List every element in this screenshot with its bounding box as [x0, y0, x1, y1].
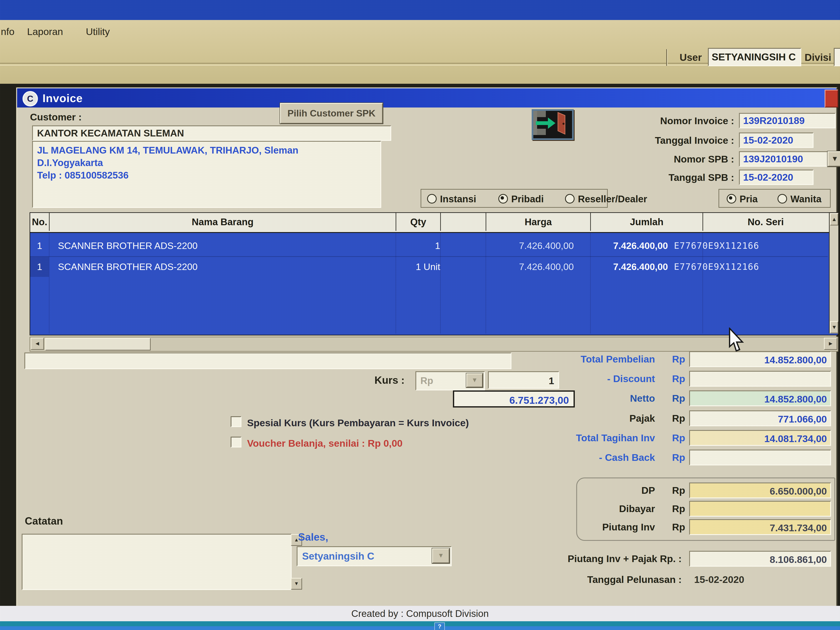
divisi-label: Divisi [805, 52, 831, 63]
tanggal-spb-label: Tanggal SPB : [547, 172, 734, 183]
total-tagihan-inv-label: Total Tagihan Inv [528, 432, 655, 444]
col-header-jumlah[interactable]: Jumlah [591, 213, 703, 231]
rp-unit: Rp [672, 503, 685, 515]
customer-name-field[interactable]: KANTOR KECAMATAN SLEMAN [32, 125, 391, 141]
kurs-currency-select[interactable]: Rp ▼ [415, 371, 485, 390]
col-header-blank[interactable] [441, 213, 486, 231]
total-pembelian-field[interactable]: 14.852.800,00 [689, 351, 831, 367]
rp-unit: Rp [672, 353, 685, 365]
menu-item-utility[interactable]: Utility [86, 26, 110, 37]
radio-wanita[interactable]: Wanita [777, 193, 821, 205]
customer-address-field[interactable]: JL MAGELANG KM 14, TEMULAWAK, TRIHARJO, … [32, 141, 381, 208]
cell-no-seri: E77670E9X112166 [674, 257, 759, 277]
cell-harga: 7.426.400,00 [486, 257, 574, 277]
user-field[interactable]: SETYANINGSIH C [708, 48, 801, 66]
nomor-invoice-field[interactable]: 139R2010189 [739, 113, 835, 128]
dp-field[interactable]: 6.650.000,00 [689, 483, 831, 498]
total-tagihan-inv-field[interactable]: 14.081.734,00 [689, 430, 831, 446]
rp-unit: Rp [672, 393, 685, 404]
menu-item-info[interactable]: nfo [1, 26, 14, 37]
piutang-inv-pajak-field[interactable]: 8.106.861,00 [689, 551, 831, 567]
sales-dropdown-button[interactable]: ▼ [432, 548, 450, 563]
address-line: JL MAGELANG KM 14, TEMULAWAK, TRIHARJO, … [37, 144, 376, 157]
grid-line [486, 232, 486, 333]
sales-label: Sales, [298, 531, 328, 543]
screen: nfo Laporan Utility User SETYANINGSIH C … [0, 0, 840, 630]
radio-icon [727, 194, 736, 204]
app-chrome: nfo Laporan Utility User SETYANINGSIH C … [0, 20, 840, 84]
pilih-customer-spk-button[interactable]: Pilih Customer SPK [280, 103, 383, 124]
rp-unit: Rp [672, 432, 685, 444]
col-header-no[interactable]: No. [30, 213, 50, 231]
cell-no-seri: E77670E9X112166 [674, 236, 759, 256]
currency-value: Rp [420, 375, 433, 386]
rp-unit: Rp [672, 373, 685, 384]
col-header-nama-barang[interactable]: Nama Barang [50, 213, 396, 231]
cell-harga: 7.426.400,00 [486, 236, 574, 256]
tanggal-spb-field[interactable]: 15-02-2020 [739, 170, 813, 185]
catatan-textarea[interactable] [22, 534, 292, 590]
netto-field[interactable]: 14.852.800,00 [689, 390, 831, 406]
cell-qty: 1 Unit [374, 257, 440, 277]
nomor-spb-field[interactable]: 139J2010190 [739, 151, 833, 167]
item-entry-field[interactable] [24, 352, 512, 369]
scroll-right-button[interactable]: ► [824, 338, 837, 350]
cell-no: 1 [30, 236, 49, 256]
piutang-inv-field[interactable]: 7.431.734,00 [689, 519, 831, 535]
customer-label: Customer : [30, 111, 82, 123]
grid-line [49, 232, 49, 333]
table-horizontal-scrollbar[interactable]: ◄ ► [30, 337, 838, 352]
nomor-spb-dropdown-button[interactable]: ▼ [827, 151, 840, 167]
radio-label: Pribadi [511, 194, 544, 204]
divisi-field[interactable] [834, 48, 840, 66]
user-label: User [680, 52, 702, 63]
col-header-qty[interactable]: Qty [396, 213, 441, 231]
table-vertical-scrollbar[interactable]: ▲ ▼ [829, 213, 838, 333]
scroll-left-button[interactable]: ◄ [31, 338, 44, 350]
voucher-belanja-checkbox[interactable] [231, 437, 242, 447]
dibayar-field[interactable] [689, 501, 831, 517]
radio-instansi[interactable]: Instansi [427, 193, 476, 205]
scroll-up-button[interactable]: ▲ [830, 213, 838, 226]
address-line: D.I.Yogyakarta [37, 157, 376, 169]
radio-label: Pria [740, 194, 758, 204]
grid-line [703, 232, 703, 333]
cell-no: 1 [30, 257, 49, 277]
close-button[interactable] [824, 90, 838, 107]
table-row[interactable]: 1 SCANNER BROTHER ADS-2200 1 Unit 7.426.… [30, 256, 828, 277]
catatan-scroll-down-button[interactable]: ▼ [291, 578, 302, 590]
cash-back-field[interactable] [689, 450, 831, 466]
tanggal-invoice-field[interactable]: 15-02-2020 [739, 133, 813, 148]
col-header-no-seri[interactable]: No. Seri [703, 213, 828, 231]
piutang-inv-pajak-label: Piutang Inv + Pajak Rp. : [496, 553, 682, 564]
spesial-kurs-checkbox[interactable] [231, 416, 242, 427]
sales-select[interactable]: Setyaningsih C ▼ [297, 546, 452, 566]
help-icon[interactable]: ? [434, 622, 445, 630]
window-titlebar[interactable]: C Invoice [17, 88, 836, 107]
table-row[interactable]: 1 SCANNER BROTHER ADS-2200 1 7.426.400,0… [30, 236, 828, 256]
cell-jumlah: 7.426.400,00 [591, 236, 668, 256]
discount-field[interactable] [689, 371, 831, 387]
col-header-harga[interactable]: Harga [486, 213, 591, 231]
grid-line [396, 232, 396, 333]
menu-item-laporan[interactable]: Laporan [27, 26, 63, 37]
nomor-invoice-label: Nomor Invoice : [547, 115, 734, 126]
tanggal-pelunasan-label: Tanggal Pelunasan : [496, 574, 682, 585]
scrollbar-thumb[interactable] [45, 338, 151, 351]
radio-pribadi[interactable]: Pribadi [498, 193, 544, 205]
voucher-belanja-label: Voucher Belanja, senilai : Rp 0,00 [247, 437, 403, 449]
window-title: Invoice [43, 92, 83, 104]
rp-unit: Rp [672, 412, 685, 424]
radio-reseller-dealer[interactable]: Reseller/Dealer [565, 193, 647, 205]
total-pembelian-label: Total Pembelian [528, 353, 655, 365]
currency-dropdown-button[interactable]: ▼ [466, 373, 483, 387]
pajak-field[interactable]: 771.066,00 [689, 411, 831, 426]
scroll-down-button[interactable]: ▼ [830, 321, 838, 333]
radio-label: Wanita [790, 194, 821, 204]
radio-pria[interactable]: Pria [727, 193, 758, 205]
cell-nama: SCANNER BROTHER ADS-2200 [58, 236, 197, 256]
catatan-label: Catatan [25, 515, 63, 527]
discount-label: - Discount [528, 373, 655, 384]
pajak-label: Pajak [528, 412, 655, 424]
cell-nama: SCANNER BROTHER ADS-2200 [58, 257, 197, 277]
